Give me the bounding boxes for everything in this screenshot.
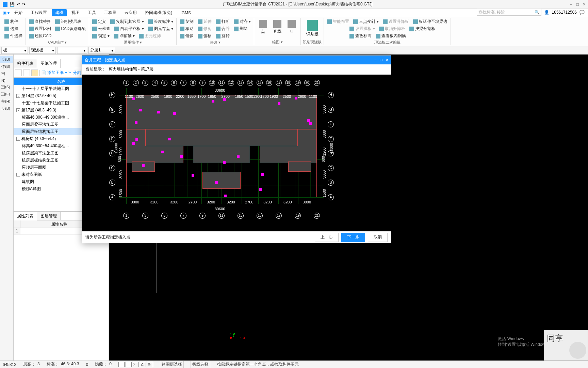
ribbon-btn[interactable]: 智能布置 [326,18,350,25]
ribbon-btn[interactable]: 打断 [215,18,231,25]
minimize-icon[interactable]: − [570,2,572,7]
close-icon[interactable]: × [583,2,585,7]
mid-tab[interactable]: 图纸管理 [37,59,61,68]
ribbon-btn[interactable]: 偏移 [197,33,213,39]
left-item[interactable]: N) [0,77,13,83]
maximize-icon[interactable]: □ [576,2,579,7]
sb-fold-toggle[interactable]: 折线选择 [191,361,210,368]
ribbon-label-draw[interactable]: 绘图 ▾ [256,39,298,45]
menu-8[interactable]: IGMS [177,10,194,16]
ribbon-btn[interactable]: 三点变斜 ▾ [352,18,379,25]
menu-1[interactable]: 工程设置 [27,9,50,16]
view-list-icon[interactable] [15,70,22,76]
ribbon-btn[interactable]: 点辅轴 ▾ [113,33,136,39]
prev-button[interactable]: 上一步 [315,233,339,242]
dialog-maximize-icon[interactable]: □ [380,58,382,62]
quick-redo-icon[interactable]: ↷ [22,2,26,7]
ribbon-btn[interactable]: 云检查 [91,26,111,32]
left-item[interactable]: 反(B) [0,105,13,112]
selector-layer[interactable]: 分层1▾ [88,47,115,54]
sb-tool2-icon[interactable] [126,362,132,367]
prop-tab[interactable]: 图层管理 [37,212,61,220]
menu-3[interactable]: 视图 [68,9,83,16]
menu-7[interactable]: 协同建模(限免) [142,9,176,16]
ribbon-btn[interactable]: 设置升降板 [382,18,410,25]
menu-dropdown-icon[interactable]: ▣ ▾ [3,11,10,15]
left-item[interactable]: 彐(S) [0,83,13,91]
dialog-minimize-icon[interactable]: − [374,58,377,62]
ribbon-label-cad[interactable]: CAD操作 ▾ [28,39,87,46]
ribbon-label-modify[interactable]: 修改 ▾ [179,39,252,46]
quick-save-icon[interactable]: 💾 [10,2,15,7]
ribbon-btn[interactable]: 板延伸至墙梁边 [412,18,448,25]
ribbon-btn[interactable]: 修剪 [197,26,213,32]
ribbon-btn[interactable]: 选择 [3,26,19,32]
ribbon-btn[interactable]: CAD识别选项 [54,26,87,32]
ribbon-btn[interactable]: 定义 [91,18,107,25]
ribbon-btn[interactable]: 构件 [3,18,19,25]
ribbon-btn[interactable]: 对齐 ▾ [233,18,252,25]
sb-tool3-icon[interactable]: × [133,362,139,367]
search-input[interactable]: 查找标高, 接近🔍 [477,9,541,16]
dialog-titlebar[interactable]: 合并工程 - 指定插入点 − □ × [82,56,391,64]
ribbon-btn[interactable]: 镜像 [179,33,195,39]
left-item[interactable]: 彐 [0,70,13,77]
menu-4[interactable]: 工具 [84,9,99,16]
dialog-canvas[interactable]: 1123345567789910111112131314151516171718… [82,75,391,231]
selector-member[interactable]: ▾ [57,47,87,54]
dialog-close-icon[interactable]: × [386,58,388,62]
ribbon-btn[interactable]: 复制 [179,18,195,25]
next-button[interactable]: 下一步 [341,233,365,242]
menu-6[interactable]: 云应用 [121,9,140,16]
left-item[interactable]: 反(B) [0,56,13,63]
ribbon-btn[interactable]: 合并 [215,26,231,32]
ribbon-btn[interactable]: 复制到其它层 ▾ [109,18,145,25]
ribbon-btn[interactable]: 延伸 [197,18,213,25]
sb-tool4-icon[interactable]: ∠ [140,362,146,367]
ribbon-draw-btn[interactable]: 点 [256,18,270,39]
ribbon-btn[interactable]: 设置拱板 ▾ [348,26,376,32]
user-phone[interactable]: 18561712506 [552,10,577,15]
ribbon-btn[interactable]: 识别楼层表 [54,18,82,25]
ribbon-btn[interactable]: 长度标注 ▾ [147,18,174,25]
video-thumbnail[interactable]: 同享 [544,330,588,361]
ribbon-btn[interactable]: 锁定 ▾ [91,33,110,39]
ribbon-btn[interactable]: 删除 [233,26,249,32]
ribbon-btn[interactable]: 图元存盘 ▾ [147,26,174,32]
user-icon[interactable]: 👤 [544,10,549,15]
cancel-button[interactable]: 取消 [368,233,388,242]
ribbon-btn[interactable]: 自动平齐板 ▾ [113,26,145,32]
selector-category[interactable]: 板▾ [1,47,28,54]
ribbon-btn[interactable]: 按梁分割板 [408,26,437,32]
ribbon-label-general[interactable]: 通用操作 ▾ [91,39,174,46]
search-icon[interactable]: 🔍 [535,10,540,15]
ribbon-btn[interactable]: 取消升降板 [378,26,406,32]
ribbon-btn[interactable]: 移动 [179,26,195,32]
view-tree-icon[interactable] [23,70,30,76]
view-thumb-icon[interactable] [31,70,38,76]
menu-2[interactable]: 建模 [52,9,67,16]
chat-icon[interactable]: 💬 [579,10,585,15]
left-item[interactable]: 彐(F) [0,91,13,98]
left-item[interactable]: 带(H) [0,98,13,105]
ribbon-btn[interactable]: 图元过滤 [138,33,162,39]
ribbon-draw-btn[interactable]: 直线 [271,18,284,39]
add-drawing-button[interactable]: 📄 添加图纸 ▾ [41,70,67,76]
sb-tool5-icon[interactable]: ⊕ [147,362,153,367]
ribbon-btn[interactable]: 件选择 [3,33,23,39]
ribbon-btn[interactable]: 还原CAD [28,33,52,39]
sb-cross-toggle[interactable]: 跨图层选择 [160,361,184,368]
ribbon-btn[interactable]: 旋转 [215,33,231,39]
recognize-slab-button[interactable]: 识别板 [303,18,322,39]
selector-type[interactable]: 现浇板▾ [29,47,56,54]
menu-0[interactable]: 开始 [11,9,26,16]
mid-tab[interactable]: 构件列表 [14,59,37,68]
menu-5[interactable]: 工程量 [101,9,120,16]
ribbon-btn[interactable]: 查看板内钢筋 [375,33,407,39]
ribbon-draw-btn[interactable]: □ [285,18,298,39]
ribbon-btn[interactable]: 设置比例 [28,26,52,32]
sb-tool1-icon[interactable] [118,362,125,367]
prop-tab[interactable]: 属性列表 [14,212,37,220]
ribbon-btn[interactable]: 查改标高 [348,33,373,39]
ribbon-btn[interactable]: 查找替换 [28,18,52,25]
